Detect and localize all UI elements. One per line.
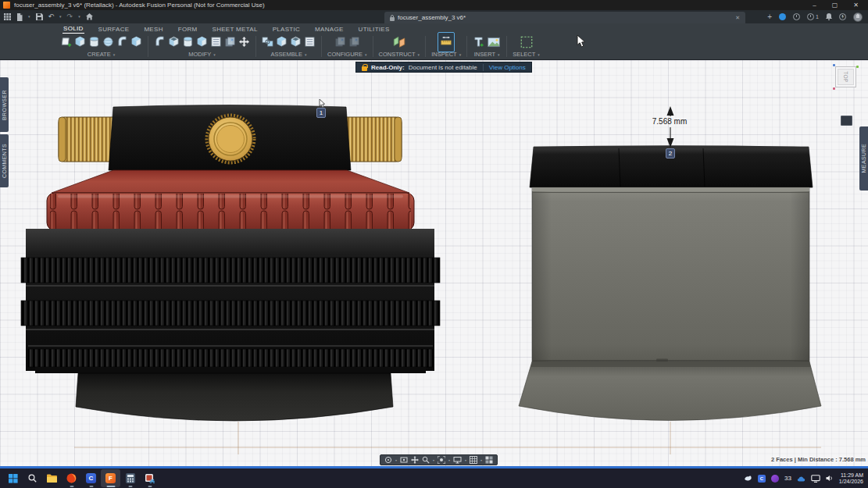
bom-icon[interactable] <box>304 36 316 48</box>
combine-icon[interactable] <box>196 36 208 48</box>
fit-icon[interactable] <box>438 456 445 464</box>
banner-action-link[interactable]: View Options <box>489 64 526 71</box>
document-tab[interactable]: focuser_assembly_3 v6* ✕ <box>384 12 745 23</box>
tab-form[interactable]: FORM <box>177 26 198 34</box>
display-caret[interactable]: ▾ <box>448 458 450 462</box>
view-cube[interactable]: TOP <box>835 66 856 87</box>
notification-counter[interactable]: 1 <box>807 13 819 20</box>
focuser-model[interactable] <box>21 105 440 422</box>
fillet-icon[interactable] <box>168 36 180 48</box>
taskbar-clock[interactable]: 11:29 AM 1/24/2026 <box>839 472 863 485</box>
sphere-icon[interactable] <box>102 36 114 48</box>
select-menu[interactable]: SELECT▾ <box>513 51 540 59</box>
configuration-icon[interactable] <box>334 36 346 48</box>
selection-marker-2[interactable]: 2 <box>666 148 675 159</box>
taskbar-file-explorer[interactable] <box>42 469 62 487</box>
insert-canvas-icon[interactable] <box>487 35 501 49</box>
tab-mesh[interactable]: MESH <box>143 26 163 34</box>
grid-settings-icon[interactable] <box>470 456 477 464</box>
cylinder-icon[interactable] <box>88 36 100 48</box>
viewports-icon[interactable] <box>485 456 493 464</box>
orbit-caret[interactable]: ▾ <box>395 458 397 462</box>
press-pull-icon[interactable] <box>154 36 166 48</box>
measure-tool-active[interactable] <box>438 33 454 52</box>
close-button[interactable]: ✕ <box>853 2 859 9</box>
measure-panel-tab[interactable]: MEASURE <box>859 126 868 191</box>
tray-temperature[interactable]: 33 <box>784 475 791 482</box>
comments-panel-tab[interactable]: COMMENTS <box>0 134 9 187</box>
construction-plane-icon[interactable] <box>392 35 406 49</box>
collapsed-measure-palette[interactable] <box>841 116 852 126</box>
tray-display-icon[interactable] <box>811 475 820 483</box>
rigid-group-icon[interactable] <box>290 36 302 48</box>
home-icon[interactable] <box>86 13 93 20</box>
drawtube-model[interactable] <box>519 145 821 420</box>
taskbar-fusion[interactable]: F <box>101 469 120 487</box>
move-copy-icon[interactable] <box>238 36 250 48</box>
new-tab-button[interactable]: + <box>767 12 772 21</box>
browser-panel-tab[interactable]: BROWSER <box>0 77 9 132</box>
offset-face-icon[interactable] <box>210 36 222 48</box>
viewport-caret[interactable]: ▾ <box>480 458 482 462</box>
job-status-icon[interactable] <box>779 13 786 20</box>
update-status-icon[interactable] <box>793 13 800 20</box>
redo-caret[interactable]: ▾ <box>78 15 80 19</box>
tab-plastic[interactable]: PLASTIC <box>272 26 301 34</box>
tray-bird-icon[interactable] <box>744 475 752 482</box>
construct-menu[interactable]: CONSTRUCT▾ <box>379 51 420 59</box>
split-body-icon[interactable] <box>224 36 236 48</box>
configure-menu[interactable]: CONFIGURE▾ <box>327 51 367 59</box>
grid-caret[interactable]: ▾ <box>465 458 466 462</box>
taskbar-c-app[interactable]: C <box>81 469 101 487</box>
insert-menu[interactable]: INSERT▾ <box>474 51 500 59</box>
select-tool-icon[interactable] <box>520 35 534 49</box>
tab-solid[interactable]: SOLID <box>63 25 84 34</box>
viewport-canvas[interactable]: Read-Only: Document is not editable View… <box>0 60 868 466</box>
help-icon[interactable]: ? <box>839 13 846 20</box>
redo-button[interactable]: ↷ <box>67 13 73 20</box>
document-tab-close[interactable]: ✕ <box>735 15 740 21</box>
create-sketch-icon[interactable] <box>60 36 72 48</box>
pan-icon[interactable] <box>411 456 419 464</box>
start-button[interactable] <box>3 469 23 487</box>
inspect-menu[interactable]: INSPECT▾ <box>431 51 461 59</box>
extrude-icon[interactable] <box>130 36 142 48</box>
volume-icon[interactable] <box>826 475 834 482</box>
file-menu-icon[interactable] <box>16 13 23 21</box>
file-menu-caret[interactable]: ▾ <box>28 15 30 19</box>
tab-utilities[interactable]: UTILITIES <box>358 26 391 34</box>
tray-app-icon[interactable] <box>771 475 779 483</box>
taskbar-snipping-tool[interactable] <box>140 469 159 487</box>
onedrive-cloud-icon[interactable] <box>797 476 805 482</box>
save-icon[interactable] <box>36 13 43 20</box>
bottom-flange[interactable] <box>76 373 393 421</box>
tab-surface[interactable]: SURFACE <box>98 26 130 34</box>
look-at-icon[interactable] <box>400 456 408 464</box>
joint-icon[interactable] <box>276 36 288 48</box>
orbit-icon[interactable] <box>384 456 392 464</box>
tube-flange[interactable] <box>519 362 821 421</box>
maximize-button[interactable]: ▢ <box>832 2 838 9</box>
lower-body[interactable] <box>21 229 440 373</box>
create-menu[interactable]: CREATE▾ <box>88 51 115 59</box>
tab-manage[interactable]: MANAGE <box>314 26 344 34</box>
taskbar-search[interactable] <box>23 469 42 487</box>
new-component-icon[interactable] <box>262 36 273 48</box>
taskbar-calculator[interactable] <box>120 469 140 487</box>
app-grid-icon[interactable] <box>4 13 11 20</box>
model-viewport[interactable] <box>0 60 868 466</box>
zoom-caret[interactable]: ▾ <box>433 458 434 462</box>
tray-c-icon[interactable]: C <box>758 475 766 483</box>
box-icon[interactable] <box>74 36 86 48</box>
undo-button[interactable]: ↶ <box>48 13 55 20</box>
taskbar-firefox[interactable] <box>62 469 81 487</box>
display-settings-icon[interactable] <box>453 456 462 464</box>
selection-marker-1[interactable]: 1 <box>316 108 326 118</box>
form-icon[interactable] <box>116 36 128 48</box>
modify-menu[interactable]: MODIFY▾ <box>188 51 216 59</box>
minimize-button[interactable]: – <box>813 2 816 9</box>
undo-caret[interactable]: ▾ <box>59 15 62 19</box>
insert-derive-icon[interactable] <box>473 36 484 48</box>
zoom-icon[interactable] <box>422 456 430 464</box>
shell-icon[interactable] <box>182 36 194 48</box>
